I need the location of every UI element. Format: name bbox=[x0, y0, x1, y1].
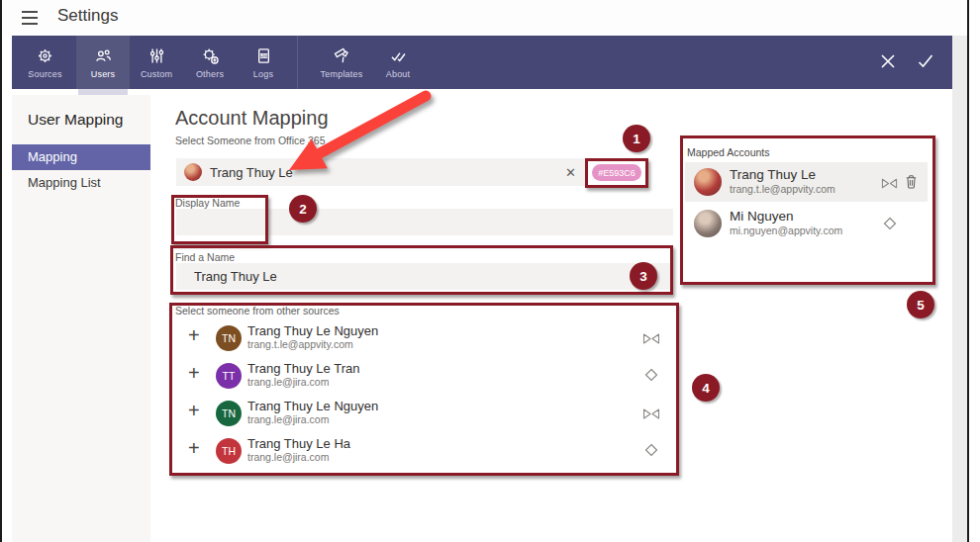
exchange-bowtie-icon bbox=[642, 331, 660, 349]
paint-roller-icon bbox=[332, 45, 352, 66]
close-icon[interactable] bbox=[880, 53, 896, 73]
annotation-step-5: 5 bbox=[907, 291, 934, 318]
sidebar-item-mapping-list[interactable]: Mapping List bbox=[12, 170, 150, 196]
tab-sources-label: Sources bbox=[28, 69, 61, 79]
gear-wrench-icon bbox=[35, 45, 55, 66]
confirm-check-icon[interactable] bbox=[917, 53, 933, 73]
person-email: mi.nguyen@appvity.com bbox=[730, 225, 842, 236]
app-header bbox=[2, 0, 967, 36]
tab-custom-label: Custom bbox=[141, 69, 172, 79]
page-title: Account Mapping bbox=[175, 107, 329, 130]
tab-users[interactable]: Users bbox=[76, 36, 130, 89]
window-left-edge bbox=[0, 0, 2, 542]
person-email: trang.t.le@appvity.com bbox=[730, 183, 835, 195]
toolbar-divider bbox=[297, 36, 298, 89]
tab-sources[interactable]: Sources bbox=[14, 36, 76, 89]
person-name: Trang Thuy Le bbox=[730, 167, 816, 182]
tab-about[interactable]: About bbox=[374, 36, 422, 89]
tab-logs[interactable]: LOG Logs bbox=[237, 36, 290, 89]
person-email: trang.t.le@appvity.com bbox=[247, 338, 353, 350]
annotation-step-4: 4 bbox=[692, 374, 720, 402]
avatar bbox=[694, 210, 722, 237]
log-document-icon: LOG bbox=[253, 45, 274, 66]
color-code-badge: #E593C6 bbox=[592, 164, 641, 181]
gear-plus-icon bbox=[200, 45, 221, 66]
annotation-step-2: 2 bbox=[289, 195, 317, 223]
exchange-bowtie-icon bbox=[642, 406, 660, 424]
person-email: trang.le@jira.com bbox=[247, 451, 329, 463]
avatar: TH bbox=[216, 438, 242, 464]
mapped-accounts-label: Mapped Accounts bbox=[687, 146, 769, 158]
list-item[interactable]: + TT Trang Thuy Le Tran trang.le@jira.co… bbox=[176, 357, 671, 395]
jira-diamond-icon bbox=[644, 443, 658, 461]
screenshot-frame: Settings Sources Users bbox=[0, 0, 980, 542]
jira-diamond-icon bbox=[883, 217, 897, 234]
display-name-input[interactable] bbox=[176, 209, 673, 235]
tab-others-label: Others bbox=[196, 69, 224, 79]
settings-toolbar: Sources Users Custom bbox=[12, 36, 952, 89]
list-item[interactable]: + TN Trang Thuy Le Nguyen trang.t.le@app… bbox=[176, 319, 671, 357]
add-person-button[interactable]: + bbox=[188, 324, 200, 347]
tab-logs-label: Logs bbox=[253, 69, 273, 79]
window-right-edge bbox=[967, 0, 969, 542]
person-name: Trang Thuy Le Ha bbox=[247, 436, 350, 451]
app-title: Settings bbox=[57, 6, 118, 26]
right-gutter bbox=[952, 36, 967, 542]
person-name: Trang Thuy Le Nguyen bbox=[247, 323, 378, 338]
avatar: TT bbox=[216, 363, 242, 389]
display-name-label: Display Name bbox=[175, 197, 240, 209]
person-email: trang.le@jira.com bbox=[247, 376, 329, 388]
list-item[interactable]: + TH Trang Thuy Le Ha trang.le@jira.com bbox=[176, 432, 671, 470]
tab-templates-label: Templates bbox=[321, 69, 363, 79]
sidebar-heading: User Mapping bbox=[28, 111, 124, 129]
tab-custom[interactable]: Custom bbox=[130, 36, 183, 89]
person-name: Trang Thuy Le Nguyen bbox=[247, 399, 378, 413]
office-picker-label: Select Someone from Office 365 bbox=[175, 135, 326, 146]
users-icon bbox=[93, 45, 114, 66]
tab-about-label: About bbox=[386, 69, 411, 79]
annotation-step-3: 3 bbox=[630, 262, 657, 290]
exchange-bowtie-icon bbox=[881, 176, 898, 194]
list-item[interactable]: + TN Trang Thuy Le Nguyen trang.le@jira.… bbox=[176, 395, 671, 432]
person-email: trang.le@jira.com bbox=[247, 413, 329, 425]
add-person-button[interactable]: + bbox=[188, 400, 200, 422]
avatar bbox=[694, 168, 722, 196]
tab-users-label: Users bbox=[91, 69, 116, 79]
find-name-value: Trang Thuy Le bbox=[194, 269, 277, 284]
add-person-button[interactable]: + bbox=[188, 437, 200, 460]
person-name: Trang Thuy Le Tran bbox=[247, 361, 359, 376]
clear-selection-icon[interactable]: ✕ bbox=[565, 165, 576, 180]
mapped-account-row[interactable]: Mi Nguyen mi.nguyen@appvity.com bbox=[685, 204, 928, 243]
add-person-button[interactable]: + bbox=[188, 362, 200, 385]
hamburger-menu-icon[interactable] bbox=[22, 11, 38, 25]
annotation-step-1: 1 bbox=[623, 125, 650, 152]
find-name-label: Find a Name bbox=[175, 251, 235, 263]
tab-others[interactable]: Others bbox=[183, 36, 237, 89]
double-check-icon bbox=[388, 45, 409, 66]
find-name-input[interactable]: Trang Thuy Le bbox=[176, 263, 673, 290]
selected-person-name: Trang Thuy Le bbox=[210, 165, 293, 180]
delete-trash-icon[interactable] bbox=[905, 174, 918, 193]
tab-templates[interactable]: Templates bbox=[312, 36, 371, 89]
mapped-account-row[interactable]: Trang Thuy Le trang.t.le@appvity.com bbox=[685, 162, 928, 202]
office-picker-input[interactable]: Trang Thuy Le ✕ bbox=[176, 158, 586, 186]
person-name: Mi Nguyen bbox=[730, 209, 794, 224]
avatar: TN bbox=[216, 325, 242, 351]
jira-diamond-icon bbox=[644, 368, 658, 386]
avatar: TN bbox=[216, 401, 242, 426]
avatar bbox=[184, 163, 202, 181]
sliders-icon bbox=[147, 45, 167, 66]
svg-text:LOG: LOG bbox=[259, 54, 267, 58]
other-sources-label: Select someone from other sources bbox=[175, 305, 340, 316]
sidebar-item-mapping[interactable]: Mapping bbox=[12, 144, 150, 170]
